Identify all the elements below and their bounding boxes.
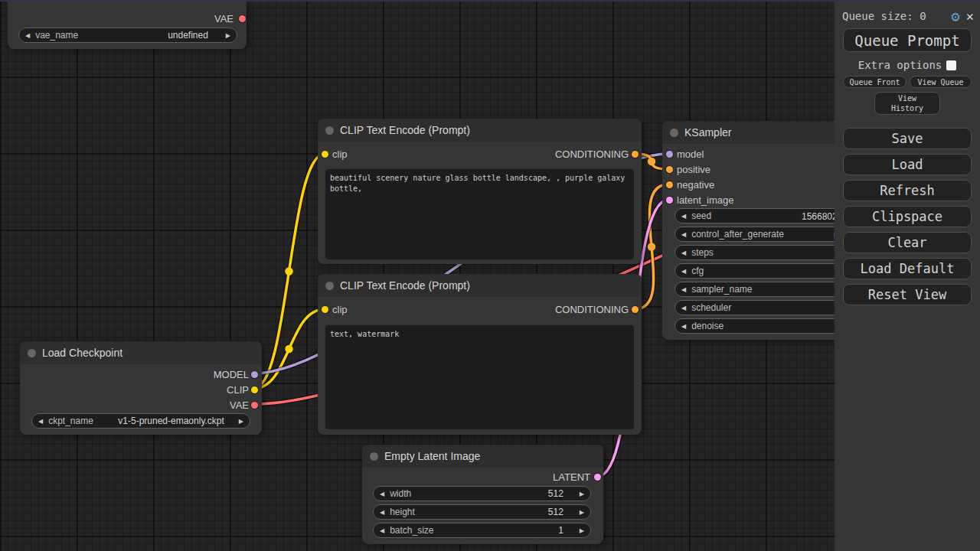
widget-name: denoise [691, 321, 724, 331]
node-clip-text-encode-positive[interactable]: CLIP Text Encode (Prompt) clip CONDITION… [318, 119, 642, 264]
port-clip-output[interactable] [251, 386, 258, 393]
arrow-left-icon[interactable]: ◀ [380, 491, 384, 497]
collapse-dot-icon[interactable] [28, 349, 36, 357]
reset-view-button[interactable]: Reset View [843, 284, 972, 305]
widget-height[interactable]: ◀ height 512 ▶ [373, 504, 591, 520]
widget-value: v1-5-pruned-emaonly.ckpt [118, 416, 224, 426]
arrow-left-icon[interactable]: ◀ [681, 323, 686, 330]
save-button[interactable]: Save [843, 128, 972, 149]
collapse-dot-icon[interactable] [370, 452, 378, 461]
clipspace-button[interactable]: Clipspace [843, 206, 972, 227]
slot-label-conditioning: CONDITIONING [555, 302, 629, 316]
collapse-dot-icon[interactable] [325, 282, 334, 290]
widget-name: width [390, 488, 411, 499]
widget-name: cfg [691, 266, 704, 276]
port-positive-input[interactable] [666, 166, 673, 173]
widget-batch-size[interactable]: ◀ batch_size 1 ▶ [373, 523, 591, 538]
arrow-left-icon[interactable]: ◀ [681, 268, 686, 275]
slot-label-latent: LATENT [553, 470, 590, 484]
comfy-menu: Queue size: 0 ⚙ ✕ Queue Prompt Extra opt… [835, 0, 980, 551]
node-title: KSampler [684, 126, 731, 139]
port-conditioning-output[interactable] [632, 306, 639, 313]
settings-gear-icon[interactable]: ⚙ [951, 9, 959, 24]
arrow-right-icon[interactable]: ▶ [580, 509, 584, 516]
node-title-bar[interactable]: Load Checkpoint [20, 341, 262, 364]
arrow-right-icon[interactable]: ▶ [580, 491, 584, 497]
widget-name: scheduler [691, 302, 731, 313]
slot-label-vae: VAE [214, 11, 234, 25]
arrow-left-icon[interactable]: ◀ [380, 509, 384, 516]
widget-name: seed [691, 210, 711, 221]
clear-button[interactable]: Clear [843, 232, 972, 253]
slot-label-clip: clip [332, 147, 348, 161]
arrow-right-icon[interactable]: ▶ [580, 527, 584, 534]
node-title: CLIP Text Encode (Prompt) [340, 279, 470, 292]
view-history-button[interactable]: View History [874, 92, 940, 115]
widget-value: 1 [558, 525, 564, 536]
slot-label-model: model [677, 147, 704, 161]
node-title: Load Checkpoint [42, 347, 122, 359]
port-latent-output[interactable] [594, 474, 601, 481]
close-icon[interactable]: ✕ [966, 10, 974, 23]
port-conditioning-output[interactable] [632, 151, 639, 158]
queue-prompt-button[interactable]: Queue Prompt [843, 28, 972, 52]
link-dot [648, 158, 655, 165]
widget-name: steps [691, 247, 714, 258]
port-vae-output[interactable] [251, 402, 258, 409]
arrow-left-icon[interactable]: ◀ [380, 527, 384, 534]
slot-label-negative: negative [677, 178, 714, 191]
port-vae-output[interactable] [239, 15, 246, 22]
port-model-input[interactable] [666, 151, 673, 158]
node-title-bar[interactable]: CLIP Text Encode (Prompt) [318, 119, 642, 142]
node-title: CLIP Text Encode (Prompt) [340, 124, 470, 136]
slot-label-clip: CLIP [227, 383, 249, 396]
collapse-dot-icon[interactable] [325, 126, 334, 135]
queue-size-label: Queue size: 0 [842, 10, 926, 22]
slot-label-model: MODEL [214, 367, 249, 381]
slot-label-vae: VAE [230, 398, 249, 412]
node-title-bar[interactable]: CLIP Text Encode (Prompt) [318, 274, 642, 297]
widget-width[interactable]: ◀ width 512 ▶ [373, 486, 591, 501]
link-dot [285, 267, 292, 275]
widget-vae-name[interactable]: ◀ vae_name undefined ▶ [18, 28, 237, 43]
widget-value: 512 [548, 488, 564, 499]
port-clip-input[interactable] [322, 306, 328, 313]
port-clip-input[interactable] [322, 151, 328, 158]
load-default-button[interactable]: Load Default [843, 258, 972, 279]
view-queue-button[interactable]: View Queue [910, 76, 972, 88]
arrow-right-icon[interactable]: ▶ [239, 418, 243, 425]
extra-options-checkbox[interactable] [946, 60, 956, 70]
widget-name: control_after_generate [691, 229, 784, 240]
arrow-left-icon[interactable]: ◀ [25, 32, 30, 39]
node-title-bar[interactable]: Empty Latent Image [362, 445, 603, 468]
slot-label-positive: positive [677, 162, 710, 176]
load-button[interactable]: Load [843, 154, 972, 175]
prompt-textarea[interactable]: text, watermark [325, 325, 634, 429]
port-latent-image-input[interactable] [666, 197, 673, 204]
arrow-left-icon[interactable]: ◀ [681, 249, 686, 256]
arrow-left-icon[interactable]: ◀ [38, 418, 43, 425]
port-negative-input[interactable] [666, 181, 673, 188]
node-vae-loader[interactable]: VAE ◀ vae_name undefined ▶ [8, 0, 247, 49]
arrow-right-icon[interactable]: ▶ [226, 32, 230, 39]
extra-options-label: Extra options [858, 59, 942, 71]
port-model-output[interactable] [251, 371, 258, 378]
collapse-dot-icon[interactable] [670, 129, 678, 137]
prompt-textarea[interactable]: beautiful scenery nature glass bottle la… [325, 169, 634, 259]
node-clip-text-encode-negative[interactable]: CLIP Text Encode (Prompt) clip CONDITION… [318, 274, 642, 435]
node-empty-latent-image[interactable]: Empty Latent Image LATENT ◀ width 512 ▶ … [362, 445, 603, 544]
slot-label-latent-image: latent_image [677, 193, 733, 207]
queue-front-button[interactable]: Queue Front [843, 76, 906, 88]
arrow-left-icon[interactable]: ◀ [681, 213, 686, 220]
widget-name: vae_name [35, 30, 78, 41]
widget-name: batch_size [390, 525, 433, 536]
arrow-left-icon[interactable]: ◀ [681, 286, 686, 293]
arrow-left-icon[interactable]: ◀ [681, 231, 686, 238]
refresh-button[interactable]: Refresh [843, 180, 972, 201]
widget-ckpt-name[interactable]: ◀ ckpt_name v1-5-pruned-emaonly.ckpt ▶ [31, 413, 250, 429]
link-dot [648, 243, 655, 250]
node-load-checkpoint[interactable]: Load Checkpoint MODEL CLIP VAE ◀ ckpt_na… [20, 341, 262, 435]
widget-name: ckpt_name [48, 416, 93, 426]
arrow-left-icon[interactable]: ◀ [681, 305, 686, 311]
widget-value: undefined [168, 30, 208, 41]
